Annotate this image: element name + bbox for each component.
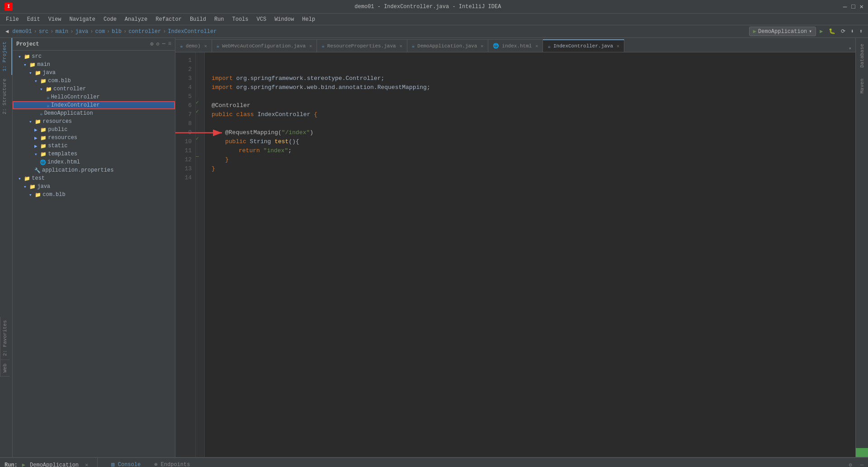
run-configuration[interactable]: ▶ DemoApplication ▾ bbox=[749, 27, 816, 36]
tree-item-test-comblb[interactable]: ▾ 📁 com.blb bbox=[13, 191, 175, 199]
editor-tabs-bar: ☕ demo) ✕ ☕ WebMvcAutoConfiguration.java… bbox=[175, 38, 855, 52]
maximize-button[interactable]: □ bbox=[851, 3, 855, 10]
sidebar-tab-structure[interactable]: 2: Structure bbox=[0, 75, 12, 118]
tab-icon: ☕ bbox=[412, 43, 415, 49]
debug-button[interactable]: 🐛 bbox=[827, 27, 837, 36]
run-config-icon: ▶ bbox=[753, 28, 756, 35]
run-panel-minimize[interactable]: — bbox=[860, 462, 863, 467]
breadcrumb-blb[interactable]: blb bbox=[112, 28, 122, 35]
tree-item-resources2[interactable]: ▶ 📁 resources bbox=[13, 134, 175, 142]
menu-code[interactable]: Code bbox=[100, 15, 120, 23]
breadcrumb-demo01[interactable]: demo01 bbox=[12, 28, 32, 35]
endpoints-icon: ⊕ bbox=[154, 462, 157, 467]
java-file-icon: ☕ bbox=[47, 103, 50, 108]
tree-item-main[interactable]: ▾ 📁 main bbox=[13, 61, 175, 69]
menu-run[interactable]: Run bbox=[211, 15, 228, 23]
code-line-6: @Controller bbox=[212, 101, 849, 110]
menu-navigate[interactable]: Navigate bbox=[66, 15, 99, 23]
toolbar-button-3[interactable]: ⬆ bbox=[858, 27, 864, 36]
tree-item-comblb[interactable]: ▾ 📁 com.blb bbox=[13, 77, 175, 85]
tree-item-indexhtml[interactable]: 🌐 index.html bbox=[13, 158, 175, 166]
menu-view[interactable]: View bbox=[45, 15, 65, 23]
project-menu-icon[interactable]: ≡ bbox=[168, 41, 171, 47]
code-line-12: } bbox=[212, 155, 849, 164]
gutter-annotation-7: ✓ bbox=[196, 107, 204, 116]
menu-vcs[interactable]: VCS bbox=[253, 15, 270, 23]
minimize-button[interactable]: — bbox=[843, 3, 847, 10]
nav-back-button[interactable]: ◀ bbox=[4, 27, 10, 36]
tree-item-demoapplication[interactable]: ☕ DemoApplication bbox=[13, 109, 175, 117]
code-line-13: } bbox=[212, 164, 849, 173]
tabs-overflow-button[interactable]: ▾ bbox=[845, 45, 855, 52]
tab-resourceprops[interactable]: ☕ ResourceProperties.java ✕ bbox=[317, 39, 407, 52]
menu-analyze[interactable]: Analyze bbox=[121, 15, 151, 23]
breadcrumb-java[interactable]: java bbox=[75, 28, 88, 35]
tree-item-controller[interactable]: ▾ 📁 controller bbox=[13, 85, 175, 93]
project-tree: ▾ 📁 src ▾ 📁 main ▾ 📁 java ▾ 📁 com.blb ▾ … bbox=[13, 51, 175, 457]
tab-endpoints[interactable]: ⊕ Endpoints bbox=[150, 460, 194, 467]
menu-build[interactable]: Build bbox=[186, 15, 210, 23]
code-line-11: return "index" ; bbox=[212, 146, 849, 155]
code-line-14 bbox=[212, 173, 849, 182]
tab-demoapplication[interactable]: ☕ DemoApplication.java ✕ bbox=[407, 39, 489, 52]
tree-item-resources[interactable]: ▾ 📁 resources bbox=[13, 117, 175, 126]
tab-demo[interactable]: ☕ demo) ✕ bbox=[175, 39, 212, 52]
tab-webmvc[interactable]: ☕ WebMvcAutoConfiguration.java ✕ bbox=[212, 39, 317, 52]
sidebar-tab-database[interactable]: Database bbox=[858, 40, 867, 71]
menu-refactor[interactable]: Refactor bbox=[152, 15, 185, 23]
tab-label: DemoApplication.java bbox=[417, 43, 477, 49]
right-sidebar-tabs: Database Maven bbox=[855, 38, 868, 457]
tree-item-test[interactable]: ▾ 📁 test bbox=[13, 174, 175, 182]
tree-item-public[interactable]: ▶ 📁 public bbox=[13, 126, 175, 134]
tree-item-test-java[interactable]: ▾ 📁 java bbox=[13, 182, 175, 191]
breadcrumb-com[interactable]: com bbox=[95, 28, 105, 35]
menu-file[interactable]: File bbox=[2, 15, 23, 23]
close-button[interactable]: ✕ bbox=[860, 3, 863, 10]
breadcrumb-indexcontroller[interactable]: IndexController bbox=[168, 28, 217, 35]
gutter-annotation-10: ✓ bbox=[196, 134, 204, 143]
menu-window[interactable]: Window bbox=[271, 15, 297, 23]
project-collapse-icon[interactable]: — bbox=[162, 41, 165, 47]
tab-close-icon[interactable]: ✕ bbox=[204, 43, 207, 49]
sidebar-tab-maven[interactable]: Maven bbox=[858, 75, 867, 97]
folder-icon: ▶ 📁 bbox=[34, 143, 47, 149]
toolbar-button-1[interactable]: ⟳ bbox=[839, 27, 847, 36]
toolbar-button-2[interactable]: ⬇ bbox=[849, 27, 856, 36]
title-bar: I demo01 - IndexController.java - Intell… bbox=[0, 0, 868, 14]
tab-console[interactable]: ▤ Console bbox=[107, 460, 145, 467]
tab-icon: ☕ bbox=[547, 43, 551, 49]
tree-item-java[interactable]: ▾ 📁 java bbox=[13, 69, 175, 77]
tree-item-static[interactable]: ▶ 📁 static bbox=[13, 142, 175, 150]
code-content[interactable]: import org.springframework.stereotype.Co… bbox=[205, 52, 855, 457]
run-app-icon: ▶ bbox=[22, 462, 25, 467]
tab-close-icon[interactable]: ✕ bbox=[535, 43, 538, 49]
tree-item-hellocontroller[interactable]: ☕ HelloController bbox=[13, 93, 175, 101]
tab-close-icon[interactable]: ✕ bbox=[309, 43, 312, 49]
project-add-icon[interactable]: ⊕ bbox=[150, 41, 153, 47]
run-close-icon[interactable]: ✕ bbox=[85, 462, 88, 467]
tree-item-indexcontroller[interactable]: ☕ IndexController bbox=[13, 101, 175, 109]
menu-edit[interactable]: Edit bbox=[24, 15, 44, 23]
sidebar-tab-web[interactable]: Web bbox=[0, 360, 9, 377]
project-settings-icon[interactable]: ⚙ bbox=[156, 41, 159, 47]
sidebar-tab-project[interactable]: 1: Project bbox=[0, 38, 12, 75]
sidebar-tab-favorites[interactable]: 2: Favorites bbox=[0, 317, 9, 360]
run-button[interactable]: ▶ bbox=[818, 27, 825, 36]
tab-indexcontroller[interactable]: ☕ IndexController.java ✕ bbox=[543, 39, 624, 52]
breadcrumb-main[interactable]: main bbox=[55, 28, 68, 35]
breadcrumb-src[interactable]: src bbox=[39, 28, 49, 35]
tab-indexhtml[interactable]: 🌐 index.html ✕ bbox=[488, 39, 543, 52]
tab-close-icon[interactable]: ✕ bbox=[400, 43, 402, 49]
run-panel-settings[interactable]: ⚙ bbox=[849, 462, 852, 467]
tree-item-appprops[interactable]: 🔧 application.properties bbox=[13, 166, 175, 174]
tab-close-icon[interactable]: ✕ bbox=[481, 43, 483, 49]
tab-close-icon[interactable]: ✕ bbox=[617, 43, 619, 49]
menu-help[interactable]: Help bbox=[298, 15, 319, 23]
breadcrumb-controller[interactable]: controller bbox=[128, 28, 161, 35]
run-panel: Run: ▶ DemoApplication ✕ ▤ Console ⊕ End… bbox=[0, 457, 868, 467]
code-editor[interactable]: 1 2 3 4 5 6 7 8 9 10 11 12 13 14 bbox=[175, 52, 855, 457]
tree-item-src[interactable]: ▾ 📁 src bbox=[13, 52, 175, 61]
menu-tools[interactable]: Tools bbox=[229, 15, 252, 23]
project-panel-header: Project ⊕ ⚙ — ≡ bbox=[13, 38, 175, 51]
tree-item-templates[interactable]: ▾ 📁 templates bbox=[13, 150, 175, 158]
